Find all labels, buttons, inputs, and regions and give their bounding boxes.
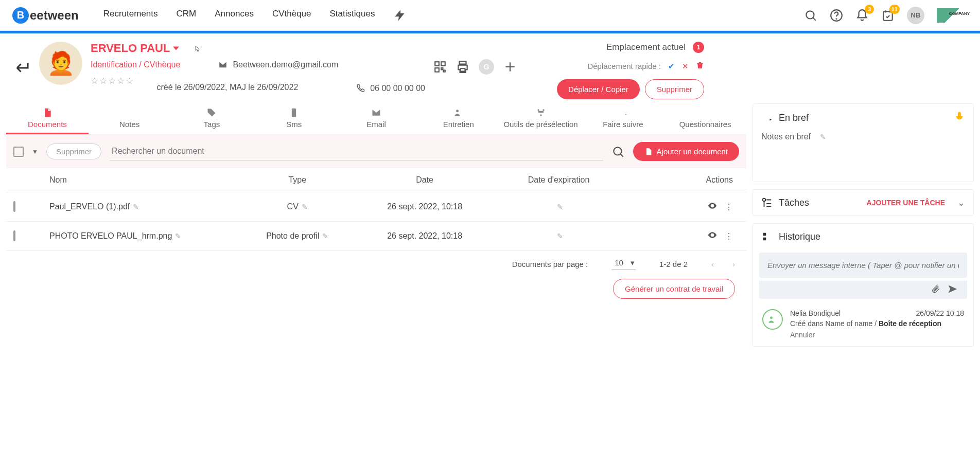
- cancel-link[interactable]: Annuler: [790, 331, 964, 339]
- topbar-actions: 3 11 NB: [804, 7, 968, 24]
- more-icon[interactable]: ⋮: [725, 231, 733, 241]
- delete-selected-button[interactable]: Supprimer: [46, 143, 101, 159]
- th-type[interactable]: Type: [237, 175, 358, 185]
- eye-icon[interactable]: [707, 230, 717, 242]
- eye-icon[interactable]: [707, 201, 717, 213]
- move-copy-button[interactable]: Déplacer / Copier: [557, 79, 640, 99]
- candidate-phone[interactable]: 06 00 00 00 00: [370, 84, 425, 93]
- trash-icon[interactable]: [696, 61, 704, 71]
- select-all-checkbox[interactable]: [13, 147, 24, 157]
- brief-title: En bref: [779, 113, 809, 123]
- history-author: Nelia Bondiguel: [790, 309, 841, 317]
- nav-annonces[interactable]: Annonces: [215, 9, 254, 22]
- add-document-button[interactable]: Ajouter un document: [633, 142, 739, 161]
- tab-entretien[interactable]: Entretien: [417, 103, 500, 134]
- svg-point-10: [537, 109, 539, 111]
- tab-documents[interactable]: Documents: [6, 103, 89, 134]
- generate-contract-button[interactable]: Générer un contrat de travail: [613, 279, 735, 299]
- brand-text: eetween: [30, 8, 79, 23]
- tab-forward[interactable]: Faire suivre: [582, 103, 664, 134]
- edit-icon[interactable]: ✎: [820, 133, 826, 141]
- edit-icon[interactable]: ✎: [557, 203, 563, 211]
- candidate-avatar[interactable]: 🧑‍🦰: [39, 42, 82, 85]
- svg-rect-6: [435, 68, 439, 72]
- placement-panel: Emplacement actuel 1 Déplacement rapide …: [550, 42, 704, 99]
- history-text: Créé dans Name of name /: [790, 319, 879, 328]
- tab-sms[interactable]: Sms: [253, 103, 335, 134]
- chevron-down-icon[interactable]: ⌄: [957, 197, 965, 208]
- download-icon[interactable]: [691, 230, 700, 242]
- back-icon[interactable]: [12, 57, 31, 76]
- th-date[interactable]: Date: [358, 175, 492, 185]
- table-row: PHOTO ERVELO PAUL_hrm.png✎ Photo de prof…: [6, 222, 746, 251]
- file-date: 26 sept. 2022, 10:18: [358, 231, 492, 241]
- file-name[interactable]: PHOTO ERVELO PAUL_hrm.png: [49, 231, 172, 240]
- edit-icon[interactable]: ✎: [302, 203, 308, 211]
- candidate-header: 🧑‍🦰 ERVELO PAUL Identification / CVthèqu…: [6, 33, 974, 101]
- tab-email[interactable]: Email: [335, 103, 417, 134]
- cursor-icon: [195, 42, 201, 55]
- th-name[interactable]: Nom: [49, 175, 237, 185]
- add-task-button[interactable]: AJOUTER UNE TÂCHE: [867, 199, 945, 207]
- quick-move-label: Déplacement rapide :: [587, 62, 661, 70]
- tab-tags[interactable]: Tags: [171, 103, 253, 134]
- logo[interactable]: B eetween: [12, 7, 79, 24]
- prev-page[interactable]: ‹: [711, 260, 714, 268]
- candidate-email[interactable]: Beetween.demo@gmail.com: [233, 60, 338, 69]
- th-actions: Actions: [626, 175, 739, 185]
- more-icon[interactable]: ⋮: [725, 202, 733, 212]
- next-page[interactable]: ›: [732, 260, 735, 268]
- th-exp[interactable]: Date d'expiration: [492, 175, 625, 185]
- company-logo[interactable]: [937, 8, 968, 23]
- source-link[interactable]: Identification / CVthèque: [91, 60, 201, 69]
- edit-icon[interactable]: ✎: [175, 232, 181, 240]
- send-icon[interactable]: [948, 284, 958, 296]
- search-icon[interactable]: [611, 145, 625, 158]
- header-action-icons: G: [433, 59, 517, 75]
- row-checkbox[interactable]: [13, 230, 15, 241]
- delete-button[interactable]: Supprimer: [645, 79, 704, 99]
- svg-point-13: [614, 147, 621, 155]
- row-checkbox[interactable]: [13, 201, 15, 212]
- print-icon[interactable]: [456, 60, 469, 74]
- tab-questionnaires[interactable]: Questionnaires: [664, 103, 746, 134]
- nav-statistiques[interactable]: Statistiques: [330, 9, 375, 22]
- download-icon[interactable]: [691, 201, 700, 212]
- chevron-down-icon[interactable]: ▼: [32, 148, 38, 155]
- internal-message-input[interactable]: [759, 253, 967, 278]
- history-title: Historique: [779, 231, 820, 242]
- candidate-name[interactable]: ERVELO PAUL: [91, 42, 201, 55]
- check-icon[interactable]: ✔: [668, 62, 675, 71]
- file-type: Photo de profil: [266, 231, 319, 240]
- edit-icon[interactable]: ✎: [557, 232, 563, 240]
- nav-recrutements[interactable]: Recrutements: [103, 9, 158, 22]
- edit-icon[interactable]: ✎: [322, 232, 328, 240]
- mic-icon[interactable]: [954, 111, 965, 125]
- tasks-card: Tâches AJOUTER UNE TÂCHE ⌄: [752, 189, 974, 216]
- qr-icon[interactable]: [433, 60, 447, 74]
- topbar: B eetween Recrutements CRM Annonces CVth…: [0, 0, 980, 31]
- file-name[interactable]: Paul_ERVELO (1).pdf: [49, 202, 130, 211]
- user-avatar[interactable]: NB: [907, 7, 924, 24]
- g-icon[interactable]: G: [479, 59, 494, 75]
- nav-cvtheque[interactable]: CVthèque: [272, 9, 311, 22]
- attach-icon[interactable]: [931, 284, 940, 295]
- history-icon: [761, 231, 773, 242]
- search-icon[interactable]: [804, 9, 817, 22]
- plus-icon[interactable]: [503, 60, 517, 74]
- tab-notes[interactable]: Notes: [89, 103, 171, 134]
- x-icon[interactable]: ✕: [682, 62, 689, 71]
- edit-icon[interactable]: ✎: [133, 203, 139, 211]
- table-header: Nom Type Date Date d'expiration Actions: [6, 168, 746, 192]
- bolt-icon[interactable]: [393, 9, 407, 22]
- page-size-select[interactable]: 10: [611, 258, 636, 270]
- help-icon[interactable]: [830, 9, 843, 22]
- bell-icon[interactable]: 3: [855, 9, 869, 22]
- svg-point-14: [763, 199, 766, 202]
- tab-preselection[interactable]: Outils de présélection: [500, 103, 582, 134]
- nav-crm[interactable]: CRM: [177, 9, 197, 22]
- task-icon[interactable]: 11: [881, 9, 895, 22]
- main-nav: Recrutements CRM Annonces CVthèque Stati…: [103, 9, 796, 22]
- search-input[interactable]: [110, 142, 603, 160]
- table-row: Paul_ERVELO (1).pdf✎ CV✎ 26 sept. 2022, …: [6, 192, 746, 222]
